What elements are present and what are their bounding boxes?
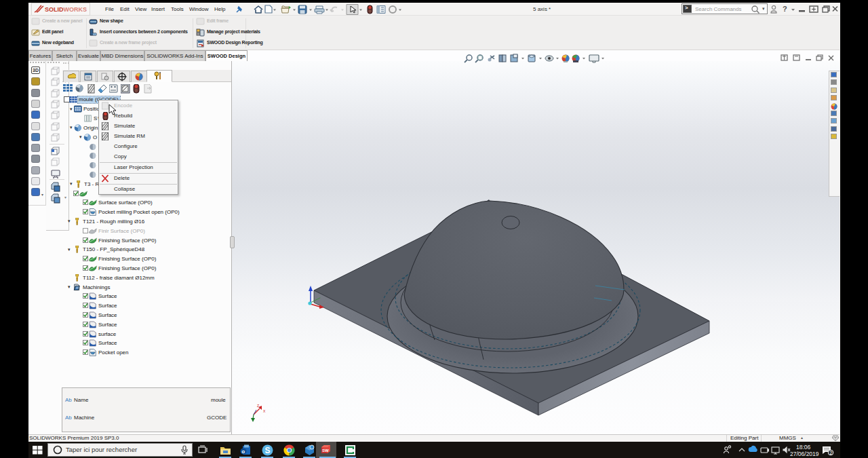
svg-text:?: ? <box>783 5 787 13</box>
svg-text:SOLIDWORKS: SOLIDWORKS <box>45 6 87 13</box>
svg-text:o: o <box>241 449 245 455</box>
svg-text:2: 2 <box>829 451 832 455</box>
svg-text:Z: Z <box>257 404 259 408</box>
svg-text:SW: SW <box>322 449 329 453</box>
svg-text:S: S <box>265 446 271 455</box>
svg-text:X: X <box>263 409 266 413</box>
